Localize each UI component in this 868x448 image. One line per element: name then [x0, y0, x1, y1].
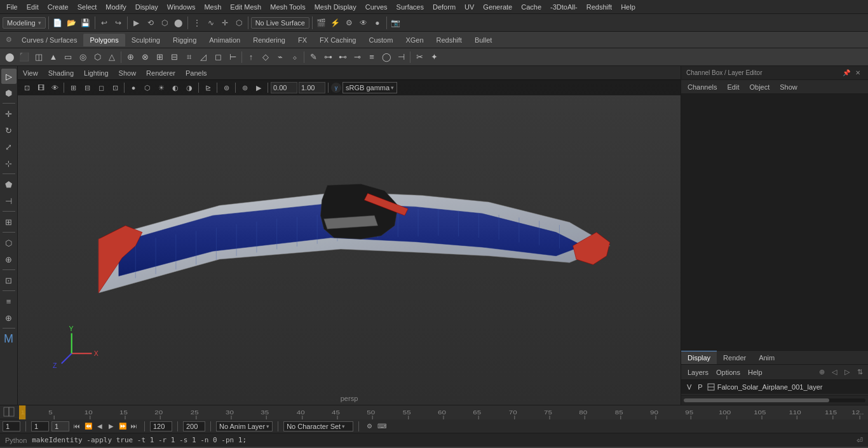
smooth-icon[interactable]: ⌗: [182, 50, 196, 64]
vp-menu-renderer[interactable]: Renderer: [144, 68, 178, 78]
timeline-ruler[interactable]: 1 5 10 15 20 25 30 35 40 45 50: [19, 405, 868, 419]
vp-isolate-icon[interactable]: ⊚: [220, 81, 233, 94]
anim-layer-dropdown[interactable]: No Anim Layer ▾: [216, 421, 273, 431]
vp-hud-icon[interactable]: ⊛: [238, 81, 251, 94]
offset-edge-loop-icon[interactable]: ⊷: [336, 50, 349, 64]
menu-display[interactable]: Display: [132, 2, 162, 12]
anim-settings-icon[interactable]: ⚙: [364, 421, 374, 431]
pen-tool-icon[interactable]: ✎: [306, 50, 320, 64]
object-btn[interactable]: Object: [745, 82, 773, 92]
channels-btn[interactable]: Channels: [684, 82, 721, 92]
menu-windows[interactable]: Windows: [163, 2, 200, 12]
open-scene-button[interactable]: 📂: [65, 17, 78, 29]
rotate-tool-button[interactable]: ↻: [1, 123, 17, 138]
viewport-inner[interactable]: ⊡ 🎞 👁 ⊞ ⊟ ◻ ⊡ ● ⬡ ☀ ◐ ◑ ⊵ ⊚ ⊛ ▶: [18, 80, 681, 405]
bevel-icon[interactable]: ◇: [259, 50, 273, 64]
cube-icon[interactable]: ⬛: [17, 50, 31, 64]
layer-scrollbar[interactable]: [681, 395, 868, 405]
insert-edge-loop-icon[interactable]: ⊶: [321, 50, 335, 64]
symmetry-button[interactable]: ⊣: [1, 193, 17, 208]
universal-manip-button[interactable]: ⊹: [1, 156, 17, 171]
vp-shadow-icon[interactable]: ◐: [169, 81, 182, 94]
menu-generate[interactable]: Generate: [479, 2, 516, 12]
tab-animation[interactable]: Animation: [203, 34, 247, 46]
crease-set-button[interactable]: ≡: [1, 294, 17, 309]
menu-edit[interactable]: Edit: [23, 2, 43, 12]
layers-menu-item-options[interactable]: Options: [712, 367, 744, 377]
fx-button[interactable]: ●: [371, 17, 384, 29]
torus-icon[interactable]: ◎: [76, 50, 90, 64]
boolean-icon[interactable]: ⊟: [167, 50, 181, 64]
menu-deform[interactable]: Deform: [429, 2, 459, 12]
anim-tab[interactable]: Anim: [752, 351, 781, 364]
show-manip-button[interactable]: ⊞: [1, 214, 17, 229]
vp-menu-shading[interactable]: Shading: [46, 68, 76, 78]
menu-select[interactable]: Select: [74, 2, 101, 12]
layer-v-button[interactable]: V: [685, 383, 693, 391]
multicut-icon[interactable]: ✂: [412, 50, 426, 64]
tab-custom[interactable]: Custom: [363, 34, 400, 46]
vp-shading-icon[interactable]: ●: [127, 81, 140, 94]
lasso-button[interactable]: ⬡: [158, 17, 171, 29]
separate-icon[interactable]: ⊗: [138, 50, 152, 64]
translate-x-input[interactable]: [271, 82, 297, 93]
menu-redshift[interactable]: Redshift: [583, 2, 616, 12]
snap-surface-button[interactable]: ⬡: [233, 17, 245, 29]
tab-sculpting[interactable]: Sculpting: [125, 34, 166, 46]
menu-curves[interactable]: Curves: [362, 2, 391, 12]
vp-menu-show[interactable]: Show: [116, 68, 139, 78]
render-settings-button[interactable]: ⚙: [343, 17, 356, 29]
ipr-render-button[interactable]: ⚡: [329, 17, 342, 29]
menu-mesh-display[interactable]: Mesh Display: [311, 2, 360, 12]
vp-film-icon[interactable]: 🎞: [34, 81, 47, 94]
range-end-input[interactable]: [150, 421, 172, 431]
rp-close-icon[interactable]: ✕: [853, 68, 863, 78]
layers-menu-item-help[interactable]: Help: [744, 367, 766, 377]
new-scene-button[interactable]: 📄: [51, 17, 64, 29]
quadrangulate-icon[interactable]: ◻: [211, 50, 225, 64]
live-surface-button[interactable]: No Live Surface: [251, 17, 309, 29]
cylinder-icon[interactable]: ◫: [32, 50, 46, 64]
menu-create[interactable]: Create: [44, 2, 72, 12]
transport-step-fwd-icon[interactable]: ⏩: [118, 421, 128, 431]
show-btn[interactable]: Show: [776, 82, 801, 92]
vp-camera-icon[interactable]: ⊡: [20, 81, 33, 94]
menu-modify[interactable]: Modify: [102, 2, 130, 12]
soft-select-button[interactable]: ⬟: [1, 177, 17, 192]
layer-add-icon[interactable]: ⊕: [816, 367, 827, 378]
connect-icon[interactable]: ⊸: [350, 50, 364, 64]
deform-button[interactable]: ⊕: [1, 310, 17, 325]
python-command-input[interactable]: [32, 436, 851, 444]
layers-menu-item-layers[interactable]: Layers: [684, 367, 712, 377]
translate-y-input[interactable]: [299, 82, 325, 93]
render-button[interactable]: 🎬: [315, 17, 328, 29]
menu-surfaces[interactable]: Surfaces: [393, 2, 428, 12]
tabs-settings-icon[interactable]: ⚙: [3, 34, 15, 46]
display-tab[interactable]: Display: [681, 351, 717, 364]
menu-mesh[interactable]: Mesh: [200, 2, 225, 12]
layer-sort-icon[interactable]: ⇅: [854, 367, 865, 378]
current-frame-input[interactable]: [3, 421, 20, 431]
sphere-icon[interactable]: ⬤: [3, 50, 17, 64]
menu-3dto[interactable]: -3DtoAll-: [546, 2, 581, 12]
tab-redshift[interactable]: Redshift: [430, 34, 468, 46]
tab-curves-surfaces[interactable]: Curves / Surfaces: [15, 34, 83, 46]
fill-hole-icon[interactable]: ⬦: [288, 50, 302, 64]
select-loop-button[interactable]: ⟲: [144, 17, 157, 29]
tab-bullet[interactable]: Bullet: [468, 34, 499, 46]
triangulate-icon[interactable]: ◿: [196, 50, 210, 64]
scrollbar-thumb[interactable]: [684, 398, 829, 402]
snap-curve-button[interactable]: ∿: [205, 17, 217, 29]
save-scene-button[interactable]: 💾: [79, 17, 92, 29]
transport-skip-start-icon[interactable]: ⏮: [72, 421, 82, 431]
layer-forward-icon[interactable]: ▷: [841, 367, 853, 378]
cone-icon[interactable]: ▲: [46, 50, 60, 64]
circularize-icon[interactable]: ◯: [379, 50, 393, 64]
snap-point-button[interactable]: ✛: [219, 17, 231, 29]
target-weld-icon[interactable]: ✦: [427, 50, 441, 64]
undo-button[interactable]: ↩: [98, 17, 111, 29]
menu-mesh-tools[interactable]: Mesh Tools: [266, 2, 309, 12]
vp-colorspace-dropdown[interactable]: sRGB gamma ▾: [342, 82, 397, 93]
bridge-icon[interactable]: ⌁: [273, 50, 287, 64]
symmetrize-icon[interactable]: ⊣: [394, 50, 408, 64]
